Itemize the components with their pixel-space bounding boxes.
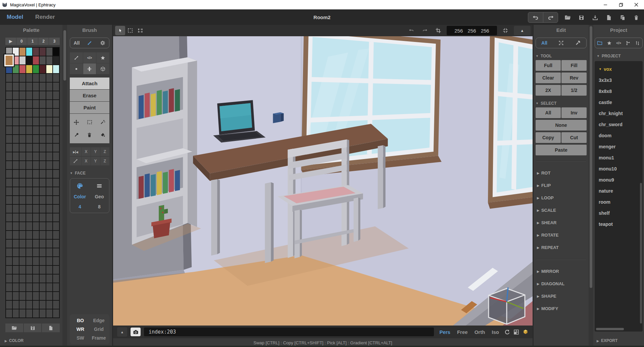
palette-swatch[interactable] [46,56,52,64]
palette-swatch-empty[interactable] [19,144,26,152]
project-item-monu10[interactable]: monu10 [595,163,643,174]
palette-swatch-empty[interactable] [13,161,19,169]
palette-swatch-empty[interactable] [40,292,46,300]
palette-swatch-empty[interactable] [19,100,26,108]
palette-swatch[interactable] [33,65,39,73]
palette-swatch-empty[interactable] [53,100,59,108]
12-button[interactable]: 1/2 [561,85,587,96]
palette-swatch-empty[interactable] [40,170,46,178]
palette-swatch-empty[interactable] [40,152,46,160]
project-item-chr_knight[interactable]: chr_knight [595,108,643,119]
palette-swatch-empty[interactable] [6,187,12,195]
project-item-doom[interactable]: doom [595,130,643,141]
palette-swatch-empty[interactable] [46,266,52,274]
palette-swatch-empty[interactable] [13,144,19,152]
palette-swatch-empty[interactable] [13,100,19,108]
edit-section-tool[interactable]: ▼TOOL [536,54,587,58]
palette-swatch-empty[interactable] [33,144,39,152]
palette-swatch-empty[interactable] [6,126,12,134]
region-select-button[interactable] [125,26,135,35]
magic-wand-tool-icon[interactable] [96,116,109,129]
palette-swatch-empty[interactable] [46,144,52,152]
palette-swatch-empty[interactable] [46,275,52,283]
palette-swatch-empty[interactable] [53,126,59,134]
palette-swatch-empty[interactable] [40,205,46,213]
palette-swatch-empty[interactable] [6,135,12,143]
palette-swatch-empty[interactable] [53,109,59,117]
palette-swatch-empty[interactable] [19,187,26,195]
palette-swatch-empty[interactable] [40,222,46,230]
axis-mirror-x[interactable]: X [82,147,91,156]
project-code-tab-icon[interactable]: </> [614,41,623,45]
palette-swatch-empty[interactable] [53,248,59,256]
palette-swatch-empty[interactable] [6,109,12,117]
palette-swatch-empty[interactable] [13,179,19,187]
palette-swatch-empty[interactable] [6,222,12,230]
axis-diagonal-z[interactable]: Z [100,157,109,165]
attach-action-button[interactable]: Attach [70,78,109,89]
export-download-button[interactable] [591,12,599,22]
palette-swatch-empty[interactable] [26,283,32,291]
palette-swatch-empty[interactable] [33,257,39,265]
project-folder-tab-icon[interactable] [595,41,604,45]
box-brush-icon[interactable] [96,63,109,74]
axis-mirror-y[interactable]: Y [91,147,100,156]
fill-button[interactable]: Fill [561,60,587,71]
palette-swatch-empty[interactable] [33,187,39,195]
voxel-brush-icon[interactable] [70,63,83,74]
palette-swatch-empty[interactable] [19,179,26,187]
palette-swatch-empty[interactable] [19,205,26,213]
palette-swatch-empty[interactable] [40,240,46,248]
color-section-toggle[interactable]: ▶COLOR [5,338,23,343]
palette-swatch-empty[interactable] [33,213,39,221]
palette-swatch-empty[interactable] [53,135,59,143]
project-item-monu1[interactable]: monu1 [595,152,643,163]
palette-swatch-empty[interactable] [40,309,46,317]
palette-swatch-empty[interactable] [53,309,59,317]
none-button[interactable]: None [536,120,587,131]
palette-swatch-empty[interactable] [6,117,12,126]
palette-swatch-empty[interactable] [26,117,32,126]
palette-swatch-empty[interactable] [13,292,19,300]
duplicate-button[interactable] [618,12,627,22]
palette-swatch-empty[interactable] [33,179,39,187]
reset-view-button[interactable] [504,329,510,335]
menu-tab-render[interactable]: Render [35,14,55,20]
palette-swatch-empty[interactable] [13,213,19,221]
palette-swatch-empty[interactable] [6,100,12,108]
full-button[interactable]: Full [536,60,561,71]
project-item-3x3x3[interactable]: 3x3x3 [595,75,643,86]
palette-swatch-empty[interactable] [40,91,46,99]
palette-swatch-empty[interactable] [53,222,59,230]
palette-scrollbar-thumb[interactable] [63,30,66,81]
palette-swatch-empty[interactable] [46,213,52,221]
project-folder-vox[interactable]: ▼vox [595,64,643,75]
palette-swatch[interactable] [6,48,12,56]
palette-swatch-empty[interactable] [13,126,19,134]
vertex-select-button[interactable] [135,26,145,35]
palette-swatch[interactable] [40,56,46,64]
palette-swatch-empty[interactable] [53,152,59,160]
camera-screenshot-button[interactable] [131,328,141,336]
maximize-button[interactable] [613,0,629,9]
palette-swatch[interactable] [26,48,32,56]
star-brush-icon[interactable] [96,52,109,63]
palette-swatch-empty[interactable] [40,257,46,265]
model-size-field[interactable]: 256 256 256 [447,26,497,35]
axis-diagonal-x[interactable]: X [82,157,91,165]
inv-button[interactable]: Inv [561,107,587,118]
palette-swatch[interactable] [13,56,19,64]
palette-swatch-empty[interactable] [6,275,12,283]
palette-swatch-empty[interactable] [19,301,26,309]
palette-swatch-empty[interactable] [40,126,46,134]
nav-cube[interactable] [489,288,525,324]
palette-swatch-empty[interactable] [13,231,19,239]
palette-swatch-empty[interactable] [33,275,39,283]
palette-swatch-empty[interactable] [53,283,59,291]
palette-swatch-empty[interactable] [6,240,12,248]
paint-bucket-tool-icon[interactable] [96,129,109,141]
view-mode-free[interactable]: Free [457,329,468,335]
palette-swatch[interactable] [53,48,59,56]
palette-swatch-empty[interactable] [26,74,32,82]
palette-swatch-empty[interactable] [53,83,59,91]
